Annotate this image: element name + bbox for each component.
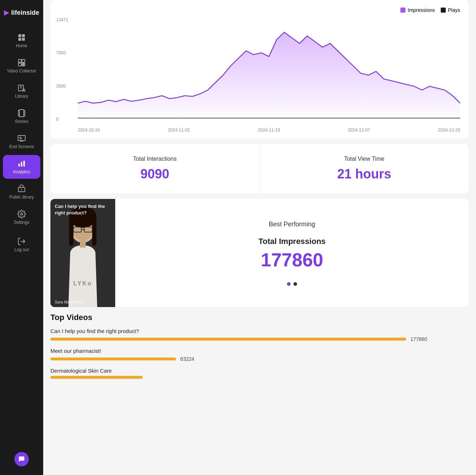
impressions-label: Impressions [408, 7, 435, 13]
sidebar-item-public-library[interactable]: Public library [0, 180, 43, 204]
plays-label: Plays [448, 7, 460, 13]
chat-icon [18, 456, 25, 463]
y-label-bottom: 0 [56, 117, 74, 122]
sidebar-label-home: Home [16, 43, 27, 48]
sidebar-item-settings[interactable]: Settings [0, 205, 43, 229]
sidebar-label-logout: Log out [14, 247, 29, 252]
sidebar-label-end-screens: End Screens [9, 144, 34, 149]
stats-row: Total Interactions 9090 Total View Time … [50, 144, 469, 193]
chart-card: Impressions Plays 13471 7000 3500 0 [50, 0, 469, 138]
chat-button[interactable] [14, 452, 29, 466]
logo-play-icon: ▶ [4, 9, 9, 17]
svg-rect-23 [18, 164, 20, 167]
sidebar-label-public-library: Public library [9, 195, 34, 200]
sidebar-item-video-collector[interactable]: Video Collector [0, 54, 43, 78]
sidebar-item-home[interactable]: Home [0, 29, 43, 53]
best-performing-card: LYKo Can I help you find the right produ… [50, 199, 469, 307]
x-label-1: 2024-11-02 [168, 128, 190, 133]
video-person-name: Sara Malmstrom [55, 300, 84, 304]
total-view-time-card: Total View Time 21 hours [260, 144, 469, 193]
top-video-row-0: Can I help you find the right product? 1… [50, 328, 469, 342]
sidebar-item-analytics[interactable]: Analytics [3, 155, 40, 179]
best-performing-metric-value: 177860 [261, 249, 323, 271]
svg-rect-16 [24, 110, 25, 116]
svg-rect-6 [18, 63, 21, 66]
sidebar-label-analytics: Analytics [13, 169, 30, 174]
top-video-label-0: Can I help you find the right product? [50, 328, 469, 334]
home-icon [17, 33, 26, 42]
chart-svg [78, 17, 460, 122]
content-area: Impressions Plays 13471 7000 3500 0 [43, 0, 476, 398]
svg-rect-25 [23, 161, 25, 167]
svg-text:LYKo: LYKo [73, 280, 92, 287]
x-label-0: 2024-10-16 [78, 128, 100, 133]
interactions-value: 9090 [65, 167, 245, 182]
y-label-mid2: 3500 [56, 84, 74, 89]
analytics-icon [17, 159, 26, 168]
app-logo: ▶ lifeinside [1, 6, 42, 19]
svg-point-28 [21, 213, 23, 215]
svg-rect-5 [22, 59, 25, 62]
interactions-label: Total Interactions [65, 156, 245, 162]
carousel-dot-1[interactable] [287, 282, 291, 286]
top-video-value-1: 63224 [180, 356, 194, 362]
chart-container: 13471 7000 3500 0 [56, 17, 460, 133]
view-time-label: Total View Time [274, 156, 454, 162]
top-video-row-2: Dermatological Skin Care [50, 368, 469, 379]
top-video-row-1: Meet our pharmacist! 63224 [50, 348, 469, 362]
sidebar-item-end-screens[interactable]: End Screens [0, 130, 43, 154]
sidebar-item-logout[interactable]: Log out [0, 233, 43, 257]
top-video-label-1: Meet our pharmacist! [50, 348, 469, 354]
svg-line-13 [25, 91, 26, 92]
svg-point-12 [23, 89, 25, 91]
logout-icon [17, 237, 26, 246]
total-interactions-card: Total Interactions 9090 [50, 144, 260, 193]
x-label-4: 2024-12-29 [438, 128, 460, 133]
public-library-icon [17, 185, 26, 193]
sidebar-item-stories[interactable]: Stories [0, 105, 43, 128]
y-label-top: 13471 [56, 17, 74, 22]
svg-rect-36 [92, 217, 96, 246]
svg-rect-35 [69, 217, 73, 246]
svg-rect-2 [18, 38, 21, 41]
app-name: lifeinside [11, 9, 39, 17]
top-video-bar-container-0: 177860 [50, 336, 469, 342]
video-collector-icon [17, 58, 26, 67]
top-video-bar-container-2 [50, 376, 469, 379]
best-performing-content: Best Performing Total Impressions 177860 [115, 199, 469, 307]
svg-rect-1 [22, 34, 25, 37]
svg-rect-4 [18, 59, 21, 62]
sidebar-label-stories: Stories [15, 119, 28, 124]
y-label-mid1: 7000 [56, 50, 74, 56]
best-performing-title: Best Performing [269, 221, 315, 228]
svg-rect-14 [19, 110, 24, 117]
best-performing-metric-label: Total Impressions [259, 237, 326, 246]
top-video-bar-0 [50, 338, 406, 341]
view-time-value: 21 hours [274, 167, 454, 182]
svg-rect-24 [21, 162, 22, 167]
end-screens-icon [17, 134, 26, 143]
sidebar-label-video-collector: Video Collector [7, 68, 36, 74]
svg-rect-40 [80, 240, 86, 248]
x-label-2: 2024-11-19 [258, 128, 280, 133]
top-videos-section: Top Videos Can I help you find the right… [50, 313, 469, 390]
top-video-bar-2 [50, 376, 143, 379]
top-video-value-0: 177860 [410, 336, 427, 342]
sidebar-label-library: Library [15, 94, 28, 99]
sidebar-item-library[interactable]: Library [0, 79, 43, 103]
top-video-bar-container-1: 63224 [50, 356, 469, 362]
svg-rect-15 [18, 110, 19, 116]
main-content: Impressions Plays 13471 7000 3500 0 [43, 0, 476, 475]
plays-color-swatch [441, 8, 446, 13]
top-video-label-2: Dermatological Skin Care [50, 368, 469, 374]
chart-y-labels: 13471 7000 3500 0 [56, 17, 74, 122]
carousel-dots [287, 282, 297, 286]
settings-icon [17, 210, 26, 218]
svg-point-8 [23, 64, 24, 65]
chart-svg-area [78, 17, 460, 122]
top-video-bar-1 [50, 358, 176, 360]
stories-icon [17, 109, 26, 117]
carousel-dot-2[interactable] [293, 282, 297, 286]
x-label-3: 2024-12-07 [348, 128, 370, 133]
legend-plays: Plays [441, 7, 460, 13]
